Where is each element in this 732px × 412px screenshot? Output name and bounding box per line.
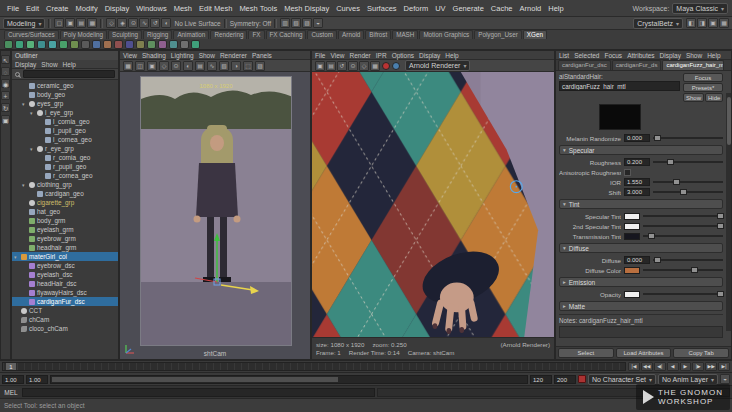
roughness-field[interactable]: 0.200 [624, 158, 650, 166]
panel-menu-item[interactable]: Focus [604, 52, 622, 59]
shift-slider[interactable] [653, 188, 723, 196]
shelf-tool-icon[interactable] [81, 40, 90, 49]
shelf-tool-icon[interactable] [191, 40, 200, 49]
panel-menu-item[interactable]: IPR [376, 52, 387, 59]
outliner-item[interactable]: eyebrow_dsc [12, 261, 118, 270]
expand-caret-icon[interactable]: ▾ [30, 110, 35, 116]
panel-menu-item[interactable]: Render [349, 52, 370, 59]
outliner-item[interactable]: flyawayHairs_dsc [12, 288, 118, 297]
section-matte[interactable]: ▸ Matte [559, 301, 723, 311]
status-icon[interactable]: ∿ [139, 18, 149, 28]
status-icon[interactable]: ▦ [719, 18, 729, 28]
tool-icon[interactable]: ◉ [1, 79, 10, 88]
preferences-icon[interactable]: ◒ [720, 374, 730, 384]
status-icon[interactable]: ▧ [291, 18, 301, 28]
outliner-item[interactable]: ▾ eyes_grp [12, 99, 118, 108]
diffuse-field[interactable]: 0.000 [624, 256, 650, 264]
ior-slider[interactable] [653, 178, 723, 186]
shelf-tool-icon[interactable] [103, 40, 112, 49]
outliner-item[interactable]: r_cornia_geo [12, 153, 118, 162]
playback-start-field[interactable]: 1.00 [2, 375, 24, 384]
node-name-field[interactable]: cardiganFuzz_hair_mtl [559, 81, 680, 91]
status-icon[interactable]: ▥ [280, 18, 290, 28]
melanin-randomize-field[interactable]: 0.000 [624, 134, 650, 142]
shelf-tool-icon[interactable] [169, 40, 178, 49]
opacity-slider[interactable] [643, 290, 723, 298]
shelf-tool-icon[interactable] [4, 40, 13, 49]
outliner-item[interactable]: cigarette_grp [12, 198, 118, 207]
expand-caret-icon[interactable]: ▾ [22, 182, 27, 188]
outliner-item[interactable]: eyelash_grm [12, 225, 118, 234]
menu-item[interactable]: Display [102, 4, 133, 13]
panel-menu-item[interactable]: Options [392, 52, 414, 59]
shelf-tool-icon[interactable] [147, 40, 156, 49]
status-icon[interactable]: ▣ [708, 18, 718, 28]
panel-menu-item[interactable]: Display [660, 52, 681, 59]
panel-menu-item[interactable]: Display [419, 52, 440, 59]
symmetry-label[interactable]: Symmetry: Off [230, 20, 271, 27]
transport-button[interactable]: ◀| [654, 362, 666, 371]
shelf-tool-icon[interactable] [59, 40, 68, 49]
status-icon[interactable]: ↺ [150, 18, 160, 28]
menu-item[interactable]: Edit Mesh [196, 4, 235, 13]
menu-item[interactable]: Modify [73, 4, 101, 13]
specular-tint-slider[interactable] [643, 212, 723, 220]
viewport-toolbar-icon[interactable]: ⊙ [171, 61, 181, 71]
second-specular-tint-slider[interactable] [643, 222, 723, 230]
transport-button[interactable]: ▶▶ [705, 362, 717, 371]
presets-button[interactable]: Presets* [683, 83, 723, 92]
transport-button[interactable]: ▶ [680, 362, 692, 371]
viewport-toolbar-icon[interactable]: ▧ [219, 61, 229, 71]
custom-menu-dropdown[interactable]: CrystalBetz ▾ [633, 18, 683, 29]
anisotropic-roughness-checkbox[interactable] [624, 169, 631, 176]
menu-set-dropdown[interactable]: Modeling ▾ [3, 18, 45, 29]
transport-button[interactable]: ▶| [718, 362, 730, 371]
status-icon[interactable]: ▦ [87, 18, 97, 28]
shelf-tab[interactable]: Custom [307, 30, 337, 39]
outliner-item[interactable]: l_cornia_geo [12, 117, 118, 126]
panel-menu-item[interactable]: File [315, 52, 325, 59]
viewport-toolbar-icon[interactable]: ◫ [135, 61, 145, 71]
menu-item[interactable]: Mesh Tools [236, 4, 280, 13]
panel-menu-item[interactable]: Show [199, 52, 215, 59]
panel-menu-item[interactable]: Help [63, 61, 76, 68]
ipr-start-icon[interactable] [392, 62, 400, 70]
shelf-tab[interactable]: Polygon_User [474, 30, 522, 39]
status-icon[interactable]: ◇ [106, 18, 116, 28]
viewport-toolbar-icon[interactable]: ∿ [207, 61, 217, 71]
panel-menu-item[interactable]: View [123, 52, 137, 59]
shelf-tab[interactable]: Poly Modeling [60, 30, 108, 39]
outliner-item[interactable]: cloco_chCam [12, 324, 118, 333]
outliner-item[interactable]: eyebrow_grm [12, 234, 118, 243]
expand-caret-icon[interactable]: ▾ [30, 146, 35, 152]
workspace-dropdown[interactable]: Maya Classic ▾ [672, 3, 728, 14]
tool-icon[interactable]: + [1, 91, 10, 100]
transport-button[interactable]: ◀ [667, 362, 679, 371]
shelf-tab[interactable]: Motion Graphics [419, 30, 473, 39]
current-frame-marker[interactable]: 1 [6, 363, 16, 370]
shelf-tab[interactable]: Rendering [210, 30, 247, 39]
outliner-item[interactable]: ▾ materGirl_col [12, 252, 118, 261]
panel-menu-item[interactable]: Shading [142, 52, 166, 59]
panel-menu-item[interactable]: Show [686, 52, 702, 59]
specular-tint-swatch[interactable] [624, 213, 640, 220]
range-slider[interactable] [50, 375, 528, 384]
section-specular[interactable]: ▾ Specular [559, 145, 723, 155]
material-swatch[interactable] [599, 104, 641, 130]
select-button[interactable]: Select [558, 348, 614, 358]
command-language-toggle[interactable]: MEL [2, 389, 20, 396]
load-attributes-button[interactable]: Load Attributes [616, 348, 672, 358]
ipr-stop-icon[interactable] [382, 62, 390, 70]
panel-menu-item[interactable]: Lighting [171, 52, 194, 59]
shelf-tab[interactable]: FX Caching [266, 30, 307, 39]
viewport-toolbar-icon[interactable]: ▤ [195, 61, 205, 71]
render-toolbar-icon[interactable]: ▤ [326, 61, 336, 71]
shelf-tool-icon[interactable] [92, 40, 101, 49]
render-toolbar-icon[interactable]: ↺ [337, 61, 347, 71]
viewport-toolbar-icon[interactable]: ▣ [147, 61, 157, 71]
section-diffuse[interactable]: ▾ Diffuse [559, 243, 723, 253]
shelf-tool-icon[interactable] [158, 40, 167, 49]
outliner-item[interactable]: body_geo [12, 90, 118, 99]
attribute-editor-tab[interactable]: cardiganFur_ds [612, 60, 662, 70]
status-icon[interactable]: ◐ [161, 18, 171, 28]
